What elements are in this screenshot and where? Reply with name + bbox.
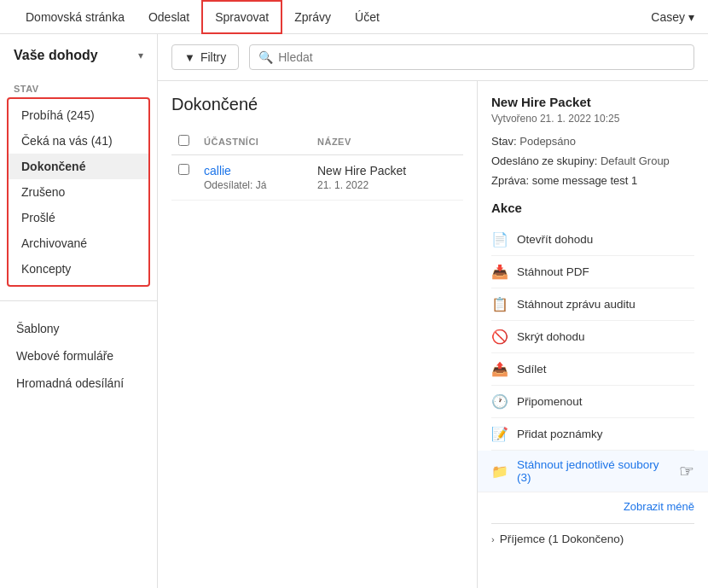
nav-messages[interactable]: Zprávy [282, 0, 343, 34]
action-hide[interactable]: 🚫 Skrýt dohodu [491, 321, 694, 353]
recipients-label: Příjemce (1 Dokončeno) [500, 533, 624, 545]
sidebar-header: Vaše dohody ▾ [0, 48, 157, 77]
user-chevron-icon: ▾ [688, 10, 694, 24]
share-icon: 📤 [491, 361, 508, 377]
sidebar-item-archivovane[interactable]: Archivované [9, 230, 148, 256]
filter-icon: ▼ [184, 51, 195, 64]
show-less-area: Zobrazit méně [491, 499, 694, 513]
action-share-label: Sdílet [517, 363, 547, 376]
search-input[interactable] [278, 50, 685, 64]
action-audit[interactable]: 📋 Stáhnout zprávu auditu [491, 288, 694, 321]
participant-cell: callie Odesílatel: Já [197, 155, 310, 201]
sidebar-section-label: STAV [0, 77, 157, 97]
nav-send[interactable]: Odeslat [136, 0, 201, 34]
sidebar: Vaše dohody ▾ STAV Probíhá (245) Čeká na… [0, 34, 158, 588]
detail-panel: New Hire Packet Vytvořeno 21. 1. 2022 10… [478, 81, 708, 588]
hide-icon: 🚫 [491, 329, 508, 345]
toolbar: ▼ Filtry 🔍 [158, 34, 708, 81]
recipients-section[interactable]: › Příjemce (1 Dokončeno) [491, 523, 694, 545]
user-menu[interactable]: Casey ▾ [651, 10, 694, 24]
doc-name: New Hire Packet [317, 164, 456, 178]
action-pdf-label: Stáhnout PDF [517, 265, 589, 278]
open-doc-icon: 📄 [491, 231, 508, 247]
detail-status-value: Podepsáno [519, 135, 576, 148]
action-files[interactable]: 📁 Stáhnout jednotlivé soubory (3) ☞ [478, 451, 708, 492]
action-notes[interactable]: 📝 Přidat poznámky [491, 418, 694, 451]
notes-icon: 📝 [491, 426, 508, 442]
detail-status-label: Stav: [491, 135, 517, 148]
action-remind-label: Připomenout [517, 395, 583, 408]
doc-cell: New Hire Packet 21. 1. 2022 [310, 155, 463, 201]
top-nav: Domovská stránka Odeslat Spravovat Zpráv… [0, 0, 708, 34]
table-area: Dokončené ÚČASTNÍCI NÁZEV [158, 81, 478, 588]
sidebar-item-bulk[interactable]: Hromadná odesílání [0, 370, 157, 397]
sidebar-item-koncepty[interactable]: Koncepty [9, 256, 148, 282]
detail-created: Vytvořeno 21. 1. 2022 10:25 [491, 113, 694, 125]
search-wrap: 🔍 [249, 44, 694, 70]
nav-home[interactable]: Domovská stránka [14, 0, 136, 34]
nav-account[interactable]: Účet [343, 0, 392, 34]
action-pdf[interactable]: 📥 Stáhnout PDF [491, 256, 694, 288]
filter-label: Filtry [200, 50, 226, 64]
table-row[interactable]: callie Odesílatel: Já New Hire Packet 21… [171, 155, 463, 201]
detail-message-label: Zpráva: [491, 174, 529, 187]
action-open-label: Otevřít dohodu [517, 233, 593, 246]
sidebar-item-dokoncene[interactable]: Dokončené [9, 154, 148, 179]
remind-icon: 🕐 [491, 393, 508, 410]
files-icon: 📁 [491, 463, 508, 480]
action-open[interactable]: 📄 Otevřít dohodu [491, 224, 694, 256]
row-checkbox[interactable] [178, 164, 189, 175]
search-icon: 🔍 [258, 50, 273, 64]
action-files-label: Stáhnout jednotlivé soubory (3) [517, 458, 667, 484]
detail-status-row: Stav: Podepsáno [491, 135, 694, 148]
sidebar-item-prosle[interactable]: Prošlé [9, 205, 148, 230]
detail-group-row: Odesláno ze skupiny: Default Group [491, 154, 694, 167]
cursor-icon: ☞ [679, 461, 694, 481]
action-audit-label: Stáhnout zprávu auditu [517, 298, 635, 311]
actions-title: Akce [491, 201, 694, 215]
col-check [171, 128, 197, 155]
recipients-chevron-icon: › [491, 534, 495, 544]
show-less-link[interactable]: Zobrazit méně [624, 500, 694, 513]
filter-button[interactable]: ▼ Filtry [171, 44, 239, 70]
detail-group-label: Odesláno ze skupiny: [491, 154, 597, 167]
sidebar-item-ceka[interactable]: Čeká na vás (41) [9, 128, 148, 154]
action-hide-label: Skrýt dohodu [517, 330, 585, 343]
select-all-checkbox[interactable] [178, 135, 189, 146]
main-area: ▼ Filtry 🔍 Dokončené ÚČAST [158, 34, 708, 588]
content-area: Dokončené ÚČASTNÍCI NÁZEV [158, 81, 708, 588]
action-notes-label: Přidat poznámky [517, 428, 603, 440]
detail-group-value: Default Group [601, 154, 670, 167]
user-name: Casey [651, 10, 685, 24]
sidebar-item-zruseno[interactable]: Zrušeno [9, 179, 148, 205]
sidebar-bottom: Šablony Webové formuláře Hromadná odesíl… [0, 315, 157, 397]
detail-doc-title: New Hire Packet [491, 95, 694, 109]
action-remind[interactable]: 🕐 Připomenout [491, 386, 694, 418]
documents-table: ÚČASTNÍCI NÁZEV callie Odesílatel: Já [171, 128, 463, 201]
audit-icon: 📋 [491, 296, 508, 312]
sidebar-item-probíha[interactable]: Probíhá (245) [9, 102, 148, 128]
download-pdf-icon: 📥 [491, 264, 508, 280]
col-participants: ÚČASTNÍCI [197, 128, 310, 155]
detail-message-row: Zpráva: some message test 1 [491, 174, 694, 187]
sidebar-title: Vaše dohody [14, 48, 98, 63]
doc-date: 21. 1. 2022 [317, 179, 456, 191]
section-title: Dokončené [171, 95, 463, 114]
sidebar-item-webforms[interactable]: Webové formuláře [0, 342, 157, 370]
sidebar-chevron-icon[interactable]: ▾ [138, 49, 143, 61]
row-checkbox-cell [171, 155, 197, 201]
col-name: NÁZEV [310, 128, 463, 155]
nav-manage[interactable]: Spravovat [201, 0, 282, 34]
sidebar-status-section: Probíhá (245) Čeká na vás (41) Dokončené… [7, 97, 150, 287]
participant-sub: Odesílatel: Já [204, 179, 304, 191]
participant-name: callie [204, 164, 304, 178]
action-share[interactable]: 📤 Sdílet [491, 353, 694, 386]
sidebar-item-sablony[interactable]: Šablony [0, 315, 157, 342]
detail-message-value: some message test 1 [532, 174, 638, 187]
